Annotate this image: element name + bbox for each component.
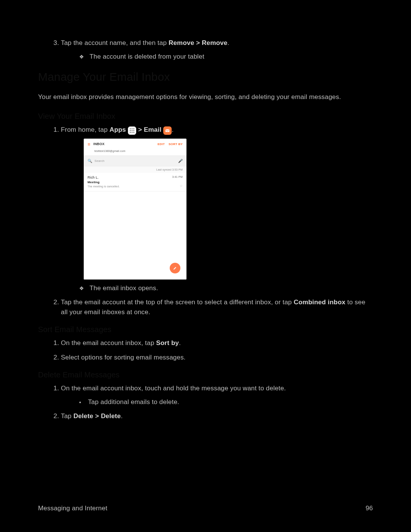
view-step-1-result: The email inbox opens. [79, 283, 373, 293]
svg-rect-9 [166, 129, 170, 132]
view-step-1-apps: Apps [110, 126, 126, 133]
sort-step-1-bold: Sort by [156, 339, 179, 347]
delete-step-1-sublist: Tap additional emails to delete. [61, 397, 373, 407]
page-footer: Messaging and Internet 96 [38, 503, 373, 513]
remove-account-steps: Tap the account name, and then tap Remov… [38, 38, 373, 61]
document-body: Tap the account name, and then tap Remov… [38, 38, 373, 421]
intro-manage: Your email inbox provides management opt… [38, 92, 373, 102]
svg-point-5 [133, 130, 134, 131]
ss-body [84, 192, 186, 280]
view-step-2: Tap the email account at the top of the … [61, 297, 373, 317]
ss-inbox-label[interactable]: INBOX [93, 142, 105, 147]
email-icon [163, 126, 172, 135]
svg-point-1 [132, 128, 133, 129]
last-synced: Last synced 3:53 PM [84, 166, 186, 173]
inbox-screenshot: ≡ INBOX EDIT SORT BY testtest1380@gmail.… [84, 139, 186, 280]
footer-page-number: 96 [366, 503, 373, 513]
svg-point-4 [132, 130, 133, 131]
sort-step-1-prefix: On the email account inbox, tap [61, 339, 156, 347]
ss-account-email: testtest1380@gmail.com [84, 149, 186, 156]
step-3-result: The account is deleted from your tablet [79, 52, 373, 62]
svg-point-0 [130, 128, 131, 129]
delete-step-1-text: On the email account inbox, touch and ho… [61, 385, 286, 392]
subheading-view-inbox: View Your Email Inbox [38, 110, 373, 122]
sortby-button[interactable]: SORT BY [169, 142, 183, 147]
ss-header: ≡ INBOX EDIT SORT BY [84, 139, 186, 149]
sort-step-2: Select options for sorting email message… [61, 353, 373, 363]
email-time: 3:41 PM [172, 175, 183, 179]
hamburger-icon[interactable]: ≡ [88, 141, 90, 148]
svg-point-2 [133, 128, 134, 129]
delete-step-1-sub: Tap additional emails to delete. [79, 397, 373, 407]
view-step-1-email: Email [144, 126, 161, 133]
apps-icon [128, 126, 136, 135]
footer-section: Messaging and Internet [38, 503, 107, 513]
delete-step-2-bold: Delete > Delete [73, 412, 121, 420]
view-step-2-bold: Combined inbox [294, 299, 346, 306]
compose-fab[interactable] [170, 263, 180, 273]
email-from: Rich L. [88, 175, 183, 181]
email-subject: Meeting [88, 180, 183, 185]
sort-step-1-suffix: . [179, 339, 181, 347]
view-step-1-result-list: The email inbox opens. [61, 283, 373, 293]
delete-steps: On the email account inbox, touch and ho… [38, 383, 373, 421]
view-step-1-prefix: From home, tap [61, 126, 110, 133]
delete-step-2-suffix: . [121, 412, 123, 420]
delete-step-2-prefix: Tap [61, 412, 73, 420]
sort-step-1: On the email account inbox, tap Sort by. [61, 338, 373, 348]
view-step-2-prefix: Tap the email account at the top of the … [61, 299, 294, 306]
delete-step-2: Tap Delete > Delete. [61, 411, 373, 421]
subheading-sort: Sort Email Messages [38, 324, 373, 335]
view-step-1-mid: > [138, 126, 144, 133]
delete-step-1: On the email account inbox, touch and ho… [61, 383, 373, 407]
email-row[interactable]: Rich L. 3:41 PM Meeting The meeting is c… [84, 173, 186, 192]
view-inbox-steps: From home, tap Apps > Email . ≡ INBOX ED… [38, 125, 373, 317]
ss-title-block: INBOX [93, 142, 105, 147]
step-3-suffix: . [228, 39, 229, 46]
edit-button[interactable]: EDIT [158, 142, 165, 147]
step-3-bold: Remove > Remove [169, 39, 228, 46]
search-icon: 🔍 [88, 158, 92, 164]
ss-search-bar[interactable]: 🔍 Search 🎤 [84, 155, 186, 166]
step-3-result-list: The account is deleted from your tablet [61, 52, 373, 62]
svg-point-7 [132, 132, 133, 133]
ss-actions: EDIT SORT BY [158, 142, 183, 147]
view-step-1-suffix: . [172, 126, 174, 133]
star-icon[interactable]: ☆ [180, 184, 183, 189]
svg-point-6 [130, 132, 131, 133]
svg-point-8 [133, 132, 134, 133]
search-placeholder: Search [94, 159, 176, 163]
svg-point-3 [130, 130, 131, 131]
sort-steps: On the email account inbox, tap Sort by.… [38, 338, 373, 362]
step-3-text-prefix: Tap the account name, and then tap [61, 39, 169, 46]
step-3: Tap the account name, and then tap Remov… [61, 38, 373, 61]
email-preview: The meeting is cancelled. [88, 185, 183, 189]
heading-manage-inbox: Manage Your Email Inbox [38, 68, 373, 85]
view-step-1: From home, tap Apps > Email . ≡ INBOX ED… [61, 125, 373, 293]
subheading-delete: Delete Email Messages [38, 369, 373, 380]
mic-icon[interactable]: 🎤 [178, 158, 183, 164]
